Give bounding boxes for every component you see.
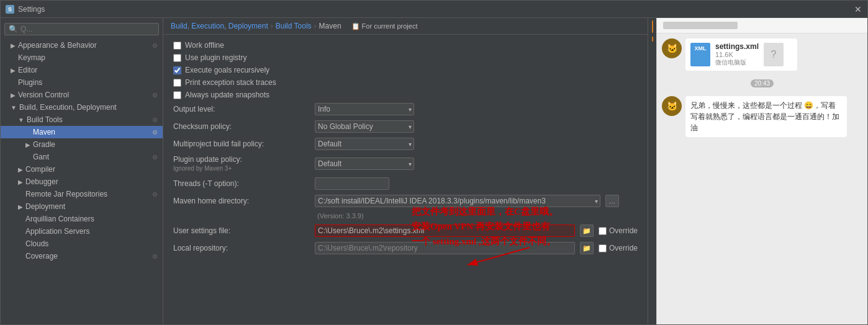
multiproject-fail-dropdown-wrapper: Default At End Never Always ▾ [315,138,414,150]
user-settings-override-checkbox[interactable] [599,227,607,235]
message-text: 兄弟，慢慢来，这些都是一个过程 😄，写着写着就熟悉了，编程语言都是一通百通的！加… [690,101,839,132]
local-repo-override-label[interactable]: Override [609,244,638,252]
sidebar-item-application-servers[interactable]: ▶ Application Servers [1,225,163,238]
sidebar-item-appearance-behavior[interactable]: ▶ Appearance & Behavior ⚙ [1,39,163,51]
output-level-select[interactable]: Info Debug Error [315,103,414,115]
use-plugin-registry-checkbox[interactable] [173,54,181,62]
threads-input[interactable] [315,177,389,190]
user-settings-browse-btn[interactable]: 📁 [580,225,594,237]
sidebar-item-coverage[interactable]: ▶ Coverage ⚙ [1,250,163,262]
scrollbar-indicator [652,20,653,33]
settings-icon-right: ⚙ [152,42,158,49]
sidebar-item-maven[interactable]: ▶ Maven ⚙ [1,126,163,138]
right-scrollbar [648,18,656,324]
maven-home-browse-btn[interactable]: … [605,195,619,207]
local-repo-label: Local repository: [173,244,310,252]
chat-message-text: 🐱 兄弟，慢慢来，这些都是一个过程 😄，写着写着就熟悉了，编程语言都是一通百通的… [662,96,862,137]
avatar: 🐱 [662,38,682,58]
sidebar-item-label: Application Servers [25,227,89,236]
unknown-file-icon: ? [764,43,784,66]
local-repo-override-checkbox[interactable] [599,244,607,252]
maven-home-select[interactable]: C:/soft install/IDEAL/IntelliJ IDEA 2018… [315,195,600,207]
breadcrumb-build-execution[interactable]: Build, Execution, Deployment [171,22,268,30]
plugin-update-policy-row: Plugin update policy: Ignored by Maven 3… [173,155,638,172]
arrow-icon: ▶ [18,179,23,185]
arrow-icon: ▶ [11,67,16,74]
gant-icon-right: ⚙ [152,154,158,161]
xml-file-icon: XML [690,43,710,66]
breadcrumb-sep1: › [271,22,273,30]
multiproject-fail-select[interactable]: Default At End Never Always [315,138,414,150]
search-icon: 🔍 [9,25,18,33]
sidebar-item-label: Arquillian Containers [25,215,94,223]
local-repo-browse-btn[interactable]: 📁 [580,242,594,254]
sidebar-item-gant[interactable]: ▶ Gant ⚙ [1,151,163,163]
sidebar-item-label: Debugger [25,177,58,186]
execute-goals-label[interactable]: Execute goals recursively [185,66,269,74]
settings-form: Work offline Use plugin registry Execute… [163,35,648,324]
sidebar-item-clouds[interactable]: ▶ Clouds [1,238,163,250]
chat-panel: 🐱 XML settings.xml 11.6K 微信电脑版 ? 20:43 [656,18,867,324]
avatar: 🐱 [662,96,682,116]
sidebar-item-build-tools[interactable]: ▼ Build Tools ⚙ [1,114,163,126]
work-offline-label[interactable]: Work offline [185,41,224,50]
local-repo-input[interactable] [315,242,575,254]
search-input[interactable] [20,25,155,33]
sidebar-item-version-control[interactable]: ▶ Version Control ⚙ [1,89,163,101]
scrollbar-indicator2 [652,37,653,42]
sidebar-item-remote-jar-repos[interactable]: ▶ Remote Jar Repositories ⚙ [1,188,163,200]
sidebar-item-label: Build, Execution, Deployment [19,103,117,112]
execute-goals-checkbox[interactable] [173,66,181,74]
user-settings-override: Override [599,226,638,235]
checksum-policy-row: Checksum policy: No Global Policy Warn F… [173,120,638,133]
build-tools-icon-right: ⚙ [152,117,158,123]
sidebar-item-debugger[interactable]: ▶ Debugger [1,176,163,188]
always-update-label[interactable]: Always update snapshots [185,91,269,99]
sidebar-item-label: Appearance & Behavior [18,41,97,50]
sidebar-item-label: Editor [18,66,37,74]
user-settings-input[interactable] [315,225,575,237]
filesize: 11.6K [715,51,759,58]
print-exception-checkbox[interactable] [173,79,181,87]
sidebar-item-compiler[interactable]: ▶ Compiler [1,163,163,176]
use-plugin-registry-label[interactable]: Use plugin registry [185,53,246,62]
sidebar-item-label: Keymap [18,53,45,62]
print-exception-label[interactable]: Print exception stack traces [185,78,276,87]
project-tag-label: For current project [362,22,418,30]
search-box: 🔍 [4,23,159,35]
close-button[interactable]: ✕ [854,5,862,14]
sidebar-item-plugins[interactable]: ▶ Plugins [1,76,163,89]
chat-contact-name-blurred [663,22,738,29]
arrow-icon: ▶ [11,42,16,49]
checksum-policy-select[interactable]: No Global Policy Warn Fail [315,120,414,133]
sidebar-item-editor[interactable]: ▶ Editor [1,64,163,76]
sidebar-item-label: Remote Jar Repositories [25,190,107,198]
breadcrumb-build-tools[interactable]: Build Tools [276,22,312,30]
sidebar-item-build-execution-deployment[interactable]: ▼ Build, Execution, Deployment [1,101,163,114]
always-update-row: Always update snapshots [173,91,638,99]
plugin-update-sublabel: Ignored by Maven 3+ [173,165,232,172]
window-title: Settings [18,5,45,14]
sidebar-item-deployment[interactable]: ▶ Deployment [1,200,163,213]
breadcrumb-sep2: › [314,22,317,30]
sidebar-item-arquillian-containers[interactable]: ▶ Arquillian Containers [1,213,163,225]
checksum-policy-label: Checksum policy: [173,122,310,131]
content-area: 🔍 ▶ Appearance & Behavior ⚙ ▶ Keymap ▶ E… [1,18,867,324]
always-update-checkbox[interactable] [173,91,181,99]
sidebar-item-gradle[interactable]: ▶ Gradle [1,138,163,151]
plugin-update-dropdown-wrapper: Default Always Daily Never ▾ [315,158,414,170]
chat-messages: 🐱 XML settings.xml 11.6K 微信电脑版 ? 20:43 [657,33,867,324]
sidebar-item-keymap[interactable]: ▶ Keymap [1,51,163,64]
chat-header [657,18,867,33]
plugin-update-select[interactable]: Default Always Daily Never [315,158,414,170]
work-offline-checkbox[interactable] [173,42,181,50]
sidebar-item-label: Gant [33,153,49,161]
multiproject-fail-label: Multiproject build fail policy: [173,140,310,148]
wechat-desktop-label: 微信电脑版 [715,58,759,67]
breadcrumb-maven: Maven [319,22,341,30]
arrow-icon: ▶ [25,141,30,148]
project-tag: 📋 For current project [351,22,418,30]
user-settings-row: User settings file: 📁 Override [173,225,638,237]
user-settings-override-label[interactable]: Override [609,226,638,235]
print-exception-row: Print exception stack traces [173,78,638,87]
